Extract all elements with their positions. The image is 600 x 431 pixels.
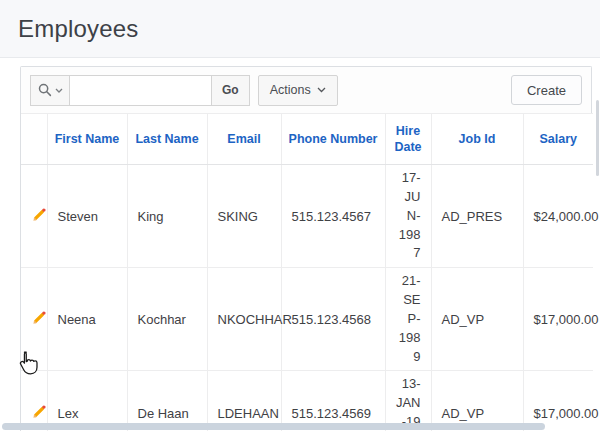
cell-email: NKOCHHAR — [207, 268, 281, 371]
column-header-hire-date: Hire Date — [385, 114, 431, 165]
cell-job-id: AD_VP — [431, 371, 523, 431]
column-header-salary: Salary — [523, 114, 593, 165]
pencil-icon[interactable] — [31, 207, 47, 223]
cell-salary: $24,000.00 — [523, 165, 593, 268]
cell-first-name: Lex — [47, 371, 127, 431]
cell-last-name: Kochhar — [127, 268, 207, 371]
cell-first-name: Steven — [47, 165, 127, 268]
cell-job-id: AD_VP — [431, 268, 523, 371]
column-header-email: Email — [207, 114, 281, 165]
horizontal-scrollbar-thumb[interactable] — [2, 423, 545, 430]
cell-email: LDEHAAN — [207, 371, 281, 431]
column-header-last-name: Last Name — [127, 114, 207, 165]
table-row: Neena Kochhar NKOCHHAR 515.123.4568 21-S… — [21, 268, 593, 371]
page-header: Employees — [0, 0, 600, 58]
go-button[interactable]: Go — [212, 75, 250, 106]
employees-table: First Name Last Name Email Phone Number … — [21, 113, 593, 431]
page-title: Employees — [18, 15, 139, 43]
chevron-down-icon — [55, 88, 63, 93]
cell-salary: $17,000.00 — [523, 268, 593, 371]
actions-button-label: Actions — [270, 83, 311, 97]
column-header-edit — [21, 114, 47, 165]
search-bar: Go — [30, 75, 250, 106]
actions-button[interactable]: Actions — [258, 75, 338, 106]
cell-phone: 515.123.4568 — [281, 268, 385, 371]
column-header-job-id: Job Id — [431, 114, 523, 165]
cell-hire-date: 17-JUN-1987 — [385, 165, 431, 268]
cell-last-name: King — [127, 165, 207, 268]
cell-first-name: Neena — [47, 268, 127, 371]
cell-phone: 515.123.4567 — [281, 165, 385, 268]
table-header-row: First Name Last Name Email Phone Number … — [21, 114, 593, 165]
create-button[interactable]: Create — [511, 75, 582, 105]
report-toolbar: Go Actions Create — [21, 67, 591, 113]
column-header-first-name: First Name — [47, 114, 127, 165]
cell-phone: 515.123.4569 — [281, 371, 385, 431]
search-options-button[interactable] — [30, 75, 70, 106]
column-header-phone-number: Phone Number — [281, 114, 385, 165]
table-row: Lex De Haan LDEHAAN 515.123.4569 13-JAN-… — [21, 371, 593, 431]
cell-job-id: AD_PRES — [431, 165, 523, 268]
search-icon — [38, 83, 52, 97]
cell-hire-date: 13-JAN-1993 — [385, 371, 431, 431]
cell-salary: $17,000.00 — [523, 371, 593, 431]
pencil-icon[interactable] — [31, 404, 47, 420]
cell-email: SKING — [207, 165, 281, 268]
chevron-down-icon — [317, 87, 326, 93]
table-row: Steven King SKING 515.123.4567 17-JUN-19… — [21, 165, 593, 268]
vertical-scrollbar-thumb[interactable] — [596, 100, 599, 176]
cell-last-name: De Haan — [127, 371, 207, 431]
search-input[interactable] — [70, 75, 212, 106]
pencil-icon[interactable] — [31, 310, 47, 326]
cell-hire-date: 21-SEP-1989 — [385, 268, 431, 371]
report-region: Go Actions Create First Name Last Name E… — [20, 66, 592, 431]
